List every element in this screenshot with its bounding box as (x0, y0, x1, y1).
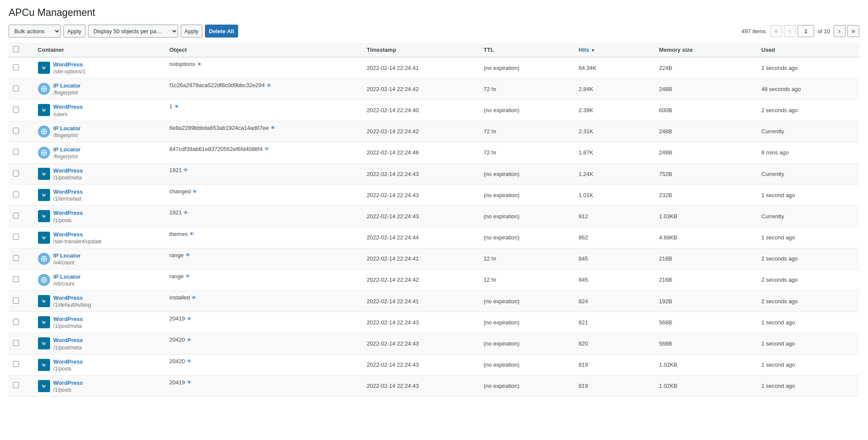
view-icon[interactable]: 👁 (197, 62, 202, 67)
memory-size-cell: 232B (655, 185, 757, 206)
ip-locator-icon (38, 274, 50, 286)
object-cell: 20420👁 (165, 333, 282, 346)
view-icon[interactable]: 👁 (183, 167, 188, 173)
hits-cell: 912 (574, 206, 654, 227)
row-checkbox[interactable] (13, 298, 19, 304)
object-cell: 1👁 (165, 100, 282, 113)
wordpress-icon: W (38, 62, 50, 74)
object-value: 20420 (170, 358, 185, 365)
row-checkbox[interactable] (13, 213, 19, 219)
container-cell: WWordPress/1/default/is/blog (34, 291, 165, 312)
container-cell: WWordPress/users (34, 100, 165, 121)
object-cell: installed👁 (165, 291, 282, 304)
table-row: IP Locator/v4/countrange👁2022-02-14 22:2… (9, 248, 859, 269)
container-name: WordPress (53, 231, 102, 239)
view-icon[interactable]: 👁 (192, 189, 197, 194)
used-cell: 2 seconds ago (757, 248, 859, 269)
ttl-cell: (no expiration) (479, 57, 574, 79)
timestamp-cell: 2022-02-14 22:24:43 (362, 375, 479, 396)
bulk-actions-select[interactable]: Bulk actions (9, 25, 61, 38)
container-path: /users (53, 111, 83, 117)
view-icon[interactable]: 👁 (187, 380, 192, 385)
container-cell: IP Locator/v4/count (34, 248, 165, 269)
view-icon[interactable]: 👁 (186, 273, 190, 279)
first-page-button[interactable]: « (770, 25, 782, 37)
view-icon[interactable]: 👁 (187, 337, 192, 343)
memory-size-cell: 224B (655, 57, 757, 79)
used-cell: 1 second ago (757, 227, 859, 248)
prev-page-button[interactable]: ‹ (784, 25, 796, 37)
table-row: WWordPress/users1👁2022-02-14 22:24:40(no… (9, 100, 859, 121)
col-header-container: Container (34, 43, 165, 57)
row-checkbox[interactable] (13, 64, 19, 70)
object-cell: 20419👁 (165, 376, 282, 389)
bulk-apply-button[interactable]: Apply (63, 25, 85, 38)
row-checkbox[interactable] (13, 107, 19, 113)
object-cell: notoptions👁 (165, 57, 282, 71)
page-number-input[interactable] (798, 25, 814, 37)
view-icon[interactable]: 👁 (187, 358, 192, 364)
container-name: IP Locator (53, 273, 81, 281)
container-path: /1/default/is/blog (53, 302, 91, 308)
view-icon[interactable]: 👁 (183, 210, 188, 215)
display-apply-button[interactable]: Apply (181, 25, 203, 38)
row-checkbox[interactable] (13, 149, 19, 155)
ttl-cell: (no expiration) (479, 354, 574, 375)
object-value: 1 (170, 103, 173, 110)
hits-cell: 820 (574, 333, 654, 354)
used-cell: 1 second ago (757, 333, 859, 354)
col-header-object: Object (165, 43, 362, 57)
row-checkbox[interactable] (13, 234, 19, 240)
wordpress-icon: W (38, 104, 50, 116)
container-path: /1/terms/last (53, 196, 83, 202)
svg-text:W: W (42, 193, 46, 198)
last-page-button[interactable]: » (847, 25, 859, 37)
hits-cell: 819 (574, 354, 654, 375)
view-icon[interactable]: 👁 (187, 316, 192, 321)
select-all-checkbox[interactable] (13, 46, 19, 52)
view-icon[interactable]: 👁 (186, 252, 190, 258)
row-checkbox[interactable] (13, 192, 19, 198)
used-cell: 2 seconds ago (757, 100, 859, 121)
next-page-button[interactable]: › (833, 25, 846, 37)
row-checkbox[interactable] (13, 255, 19, 261)
delete-all-button[interactable]: Delete All (205, 25, 238, 38)
container-path: /fingerprint (53, 154, 81, 160)
view-icon[interactable]: 👁 (192, 295, 196, 300)
timestamp-cell: 2022-02-14 22:24:41 (362, 248, 479, 269)
view-icon[interactable]: 👁 (264, 146, 269, 151)
view-icon[interactable]: 👁 (270, 125, 275, 130)
col-header-hits[interactable]: Hits ▼ (574, 43, 654, 57)
object-value: changed (170, 188, 191, 195)
wordpress-icon: W (38, 359, 50, 371)
view-icon[interactable]: 👁 (174, 104, 179, 109)
used-cell: 1 second ago (757, 312, 859, 333)
view-icon[interactable]: 👁 (189, 231, 194, 236)
object-value: notoptions (170, 61, 195, 67)
row-checkbox[interactable] (13, 85, 19, 91)
ttl-cell: (no expiration) (479, 227, 574, 248)
cache-table: Container Object Timestamp TTL Hits ▼ Me… (9, 43, 859, 397)
row-checkbox[interactable] (13, 340, 19, 346)
memory-size-cell: 1.02KB (655, 375, 757, 396)
row-checkbox[interactable] (13, 170, 19, 176)
container-cell: IP Locator/v6/count (34, 269, 165, 290)
display-per-page-select[interactable]: Display 50 objects per pa… (88, 25, 178, 38)
of-label: of 10 (818, 28, 830, 35)
hits-cell: 845 (574, 248, 654, 269)
container-name: IP Locator (53, 82, 81, 90)
wordpress-icon: W (38, 295, 50, 307)
table-row: WWordPress/1/post/meta20419👁2022-02-14 2… (9, 312, 859, 333)
row-checkbox[interactable] (13, 128, 19, 134)
row-checkbox[interactable] (13, 276, 19, 282)
row-checkbox[interactable] (13, 319, 19, 325)
timestamp-cell: 2022-02-14 22:24:44 (362, 227, 479, 248)
object-value: f1c26a2879aca522df8c0d9bbc32e294 (170, 82, 265, 88)
object-value: range (170, 252, 184, 258)
timestamp-cell: 2022-02-14 22:24:43 (362, 206, 479, 227)
view-icon[interactable]: 👁 (267, 83, 271, 88)
row-checkbox[interactable] (13, 361, 19, 367)
ttl-cell: (no expiration) (479, 333, 574, 354)
row-checkbox[interactable] (13, 382, 19, 388)
ttl-cell: 72 hr (479, 79, 574, 100)
